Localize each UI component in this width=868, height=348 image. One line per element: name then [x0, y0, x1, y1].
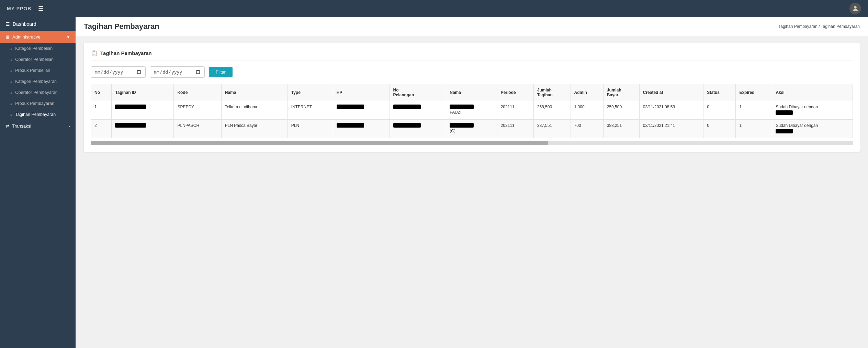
card: 📋 Tagihan Pembayaran Filter No [84, 43, 860, 152]
dashboard-icon: ☰ [5, 21, 10, 27]
col-kode: Kode [174, 84, 221, 101]
chevron-right-icon: › [69, 124, 70, 128]
cell-tagihan-id [112, 120, 174, 138]
cell-jumlah-bayar: 388,251 [603, 120, 639, 138]
chevron-down-icon: ▼ [66, 35, 70, 39]
sidebar: ☰ Dashboard ▦ Administrative ▼ » Kategor… [0, 17, 76, 348]
date-from-input[interactable] [91, 66, 146, 78]
col-status: Status [703, 84, 736, 101]
col-created-at: Created at [639, 84, 703, 101]
transaksi-label: Transaksi [12, 123, 31, 129]
cell-no: 2 [91, 120, 112, 138]
topbar-right [849, 3, 861, 14]
layout: ☰ Dashboard ▦ Administrative ▼ » Kategor… [0, 17, 868, 348]
cell-admin: 700 [571, 120, 603, 138]
cell-expired: 1 [736, 101, 772, 120]
grid-icon: ▦ [5, 34, 10, 40]
cell-jumlah-bayar: 259,500 [603, 101, 639, 120]
col-no: No [91, 84, 112, 101]
scrollbar-thumb[interactable] [91, 141, 548, 145]
card-header: 📋 Tagihan Pembayaran [91, 50, 853, 61]
cell-type: INTERNET [288, 101, 333, 120]
cell-expired: 1 [736, 120, 772, 138]
col-expired: Expired [736, 84, 772, 101]
sidebar-item-produk-pembelian[interactable]: » Produk Pembelian [0, 65, 76, 76]
hamburger-icon[interactable]: ☰ [38, 5, 44, 12]
sidebar-item-label: Produk Pembayaran [15, 101, 54, 106]
cell-no-pelanggan [390, 101, 446, 120]
double-arrow-icon: » [10, 101, 12, 106]
sidebar-item-operator-pembelian[interactable]: » Operator Pembelian [0, 54, 76, 65]
sidebar-item-tagihan-pembayaran[interactable]: » Tagihan Pembayaran [0, 109, 76, 120]
tagihan-table: No Tagihan ID Kode Nama Type HP NoPelang… [91, 84, 853, 138]
cell-created-at: 02/11/2021 21:41 [639, 120, 703, 138]
main-content: Tagihan Pembayaran Tagihan Pembayaran / … [76, 17, 868, 348]
col-jumlah-bayar: JumlahBayar [603, 84, 639, 101]
cell-aksi: Sudah Dibayar dengan [772, 120, 853, 138]
brand-label: MY PPOB [7, 6, 31, 11]
cell-nama: PLN Pasca Bayar [221, 120, 288, 138]
table-wrapper: No Tagihan ID Kode Nama Type HP NoPelang… [91, 84, 853, 145]
card-title: Tagihan Pembayaran [100, 50, 152, 56]
breadcrumb-item-1: Tagihan Pembayaran [778, 24, 817, 29]
table-row: 1 SPEEDY Telkom / Indihome INTERNET FAUZ… [91, 101, 853, 120]
page-title: Tagihan Pembayaran [84, 22, 159, 31]
col-hp: HP [333, 84, 390, 101]
filter-row: Filter [91, 66, 853, 78]
cell-status: 0 [703, 120, 736, 138]
col-nama2: Nama [446, 84, 497, 101]
cell-jumlah-tagihan: 387,551 [533, 120, 571, 138]
cell-hp [333, 120, 390, 138]
svg-point-0 [854, 6, 856, 9]
col-admin: Admin [571, 84, 603, 101]
double-arrow-icon: » [10, 79, 12, 84]
sidebar-item-label: Kategori Pembelian [15, 46, 53, 51]
sidebar-administrative[interactable]: ▦ Administrative ▼ [0, 31, 76, 43]
col-nama: Nama [221, 84, 288, 101]
sidebar-item-kategori-pembayaran[interactable]: » Kategori Pembayaran [0, 76, 76, 87]
double-arrow-icon: » [10, 68, 12, 73]
topbar-left: MY PPOB ☰ [7, 5, 44, 12]
double-arrow-icon: » [10, 46, 12, 51]
transaksi-icon: ⇄ [5, 123, 9, 129]
cell-admin: 1,000 [571, 101, 603, 120]
breadcrumb-item-2: Tagihan Pembayaran [821, 24, 860, 29]
sidebar-item-kategori-pembelian[interactable]: » Kategori Pembelian [0, 43, 76, 54]
col-type: Type [288, 84, 333, 101]
table-row: 2 PLNPASCH PLN Pasca Bayar PLN (C) 20211… [91, 120, 853, 138]
col-tagihan-id: Tagihan ID [112, 84, 174, 101]
sidebar-item-label: Produk Pembelian [15, 68, 50, 73]
sidebar-item-label: Kategori Pembayaran [15, 79, 57, 84]
date-to-input[interactable] [150, 66, 205, 78]
horizontal-scrollbar[interactable] [91, 141, 853, 145]
sidebar-item-produk-pembayaran[interactable]: » Produk Pembayaran [0, 98, 76, 109]
col-aksi: Aksi [772, 84, 853, 101]
breadcrumb: Tagihan Pembayaran / Tagihan Pembayaran [778, 24, 860, 29]
cell-nama2: (C) [446, 120, 497, 138]
sidebar-item-operator-pembayaran[interactable]: » Operator Pembayaran [0, 87, 76, 98]
sidebar-item-label: Operator Pembelian [15, 57, 54, 62]
cell-periode: 202111 [497, 120, 533, 138]
cell-type: PLN [288, 120, 333, 138]
col-no-pelanggan: NoPelanggan [390, 84, 446, 101]
sidebar-item-label: Tagihan Pembayaran [15, 112, 56, 117]
double-arrow-icon: » [10, 57, 12, 62]
cell-kode: PLNPASCH [174, 120, 221, 138]
cell-status: 0 [703, 101, 736, 120]
content-area: 📋 Tagihan Pembayaran Filter No [76, 36, 868, 348]
sidebar-item-dashboard[interactable]: ☰ Dashboard [0, 17, 76, 31]
cell-kode: SPEEDY [174, 101, 221, 120]
sidebar-transaksi[interactable]: ⇄ Transaksi › [0, 120, 76, 130]
card-copy-icon: 📋 [91, 50, 98, 56]
table-header-row: No Tagihan ID Kode Nama Type HP NoPelang… [91, 84, 853, 101]
cell-hp [333, 101, 390, 120]
cell-nama: Telkom / Indihome [221, 101, 288, 120]
cell-tagihan-id [112, 101, 174, 120]
col-periode: Periode [497, 84, 533, 101]
dashboard-label: Dashboard [13, 21, 36, 27]
sidebar-item-label: Operator Pembayaran [15, 90, 58, 95]
filter-button[interactable]: Filter [209, 67, 233, 77]
cell-periode: 202111 [497, 101, 533, 120]
user-avatar[interactable] [849, 3, 861, 14]
administrative-label: Administrative [12, 34, 41, 40]
